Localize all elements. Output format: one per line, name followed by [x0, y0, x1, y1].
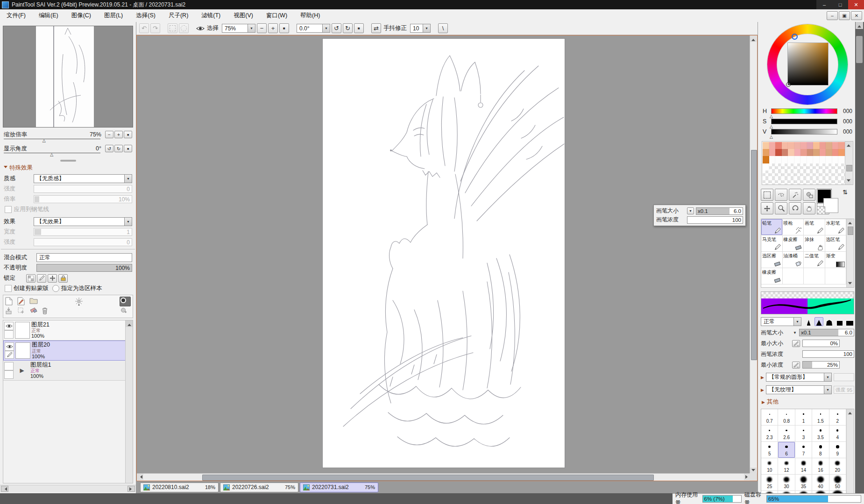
brush-shape-combo[interactable]: 【常规的圆形】 ▼ [766, 373, 832, 382]
swatch[interactable] [775, 163, 782, 170]
swatch[interactable] [775, 156, 782, 163]
layer-lock-toggle[interactable] [4, 330, 14, 339]
swatch[interactable] [832, 177, 839, 185]
doc-restore-button[interactable]: ▣ [839, 11, 850, 20]
layer-row-selected[interactable]: 图层20 正常 100% [3, 341, 133, 361]
swatch[interactable] [769, 163, 776, 170]
saturation-value-square[interactable] [788, 43, 828, 85]
nav-zoom-out-button[interactable]: − [105, 131, 113, 138]
popup-density-slider[interactable]: 100 [687, 216, 743, 224]
swatch[interactable] [807, 163, 814, 170]
brush-size-cell[interactable]: 30 [778, 475, 795, 491]
tip-dome-icon[interactable] [825, 317, 834, 326]
nav-zoom-reset-button[interactable]: ■ [124, 131, 132, 138]
brush-size-cell[interactable]: 14 [795, 458, 812, 475]
swatch[interactable] [763, 177, 769, 185]
brush-cell[interactable]: 二值笔 [804, 252, 825, 268]
scroll-up-icon[interactable] [848, 220, 852, 224]
swatch[interactable] [820, 142, 826, 149]
swatch[interactable] [820, 163, 826, 170]
flip-horizontal-button[interactable]: ⇄ [371, 23, 381, 33]
swatch[interactable] [775, 142, 782, 149]
brush-size-cell[interactable]: 7 [795, 442, 812, 458]
swatch[interactable] [763, 170, 769, 177]
expand-icon[interactable]: ▶ [761, 388, 764, 392]
swatch[interactable] [782, 149, 788, 156]
redo-button[interactable]: ↷ [150, 23, 160, 33]
zoom-dropdown-icon[interactable]: ▼ [248, 24, 255, 33]
menu-item[interactable]: 编辑(E) [32, 10, 65, 21]
swatch[interactable] [807, 170, 814, 177]
brush-cell[interactable] [804, 268, 825, 284]
brush-size-cell[interactable]: 3.5 [812, 426, 829, 442]
lock-transparency-icon[interactable] [26, 274, 35, 283]
lock-all-icon[interactable] [58, 274, 68, 283]
minimize-button[interactable]: – [816, 0, 832, 9]
maximize-button[interactable]: □ [832, 0, 848, 9]
min-size-input[interactable]: 0% [802, 340, 840, 347]
swatch[interactable] [775, 177, 782, 185]
swatch[interactable] [788, 163, 794, 170]
brush-size-cell[interactable]: 6 [778, 442, 795, 458]
menu-item[interactable]: 尺子(R) [162, 10, 195, 21]
swatch[interactable] [794, 142, 801, 149]
zoom-combo[interactable]: 75% ▼ [222, 24, 255, 33]
brush-size-cell[interactable]: 35 [795, 475, 812, 491]
swatch[interactable] [769, 149, 776, 156]
hue-slider[interactable]: △ [771, 108, 837, 114]
doc-minimize-button[interactable]: – [827, 11, 838, 20]
layer-lock-toggle[interactable] [4, 370, 14, 379]
left-panel-hscrollbar[interactable] [0, 485, 136, 492]
swatch[interactable] [800, 163, 807, 170]
swatch[interactable] [826, 177, 832, 185]
shape-tool-icon[interactable] [803, 189, 815, 201]
copy-layer-icon[interactable] [17, 307, 28, 316]
layer-visibility-toggle[interactable] [4, 362, 14, 370]
move-tool-icon[interactable] [761, 202, 773, 214]
tab-20220726[interactable]: 20220726.sai2 75% [220, 483, 298, 492]
color-wheel[interactable] [767, 24, 848, 105]
brush-cell[interactable]: 涂抹 [804, 235, 825, 252]
layer-mask-icon[interactable] [120, 307, 131, 316]
brush-size-cell[interactable]: 10 [761, 458, 778, 475]
swatch-scrollbar[interactable] [845, 142, 853, 185]
brush-size-slider[interactable]: x0.1 6.0 [799, 329, 854, 336]
lock-move-icon[interactable] [48, 274, 57, 283]
angle-dropdown-icon[interactable]: ▼ [323, 24, 330, 33]
swatch[interactable] [826, 163, 832, 170]
scroll-left-icon[interactable] [3, 487, 7, 491]
undo-button[interactable]: ↶ [139, 23, 149, 33]
canvas-vscrollbar[interactable] [750, 35, 757, 474]
shape-dropdown-icon[interactable]: ▼ [824, 373, 832, 382]
swatch[interactable] [820, 177, 826, 185]
angle-reset-button[interactable]: ■ [354, 23, 364, 33]
swatch[interactable] [813, 142, 820, 149]
panel-splitter[interactable] [60, 160, 76, 162]
menu-item[interactable]: 窗口(W) [260, 10, 294, 21]
scroll-down-icon[interactable] [848, 282, 852, 286]
swatch[interactable] [832, 142, 839, 149]
tab-20220731-active[interactable]: 20220731.sai2 75% [300, 483, 378, 492]
brush-panel-scrollbar[interactable] [846, 219, 854, 287]
layer-visibility-eye-icon[interactable] [5, 342, 14, 351]
layer-paint-indicator-icon[interactable] [5, 351, 14, 359]
brush-size-cell[interactable]: 5 [761, 442, 778, 458]
swatch[interactable] [838, 170, 845, 177]
brush-cell[interactable]: 画笔 [804, 219, 825, 235]
brush-size-cell[interactable]: 50 [829, 475, 846, 491]
texture-dropdown-icon[interactable]: ▼ [824, 385, 832, 394]
effect-combo[interactable]: 【无效果】 ▼ [34, 217, 132, 226]
invert-selection-button[interactable] [179, 23, 189, 33]
popup-size-dropdown-icon[interactable]: ▼ [687, 207, 694, 214]
nav-rotate-cw-button[interactable]: ↻ [114, 145, 123, 152]
right-panel-scroll-thumb[interactable] [856, 36, 863, 63]
brush-size-cell[interactable]: 2.6 [778, 426, 795, 442]
brush-size-cell[interactable]: 20 [829, 458, 846, 475]
brush-size-cell[interactable]: 1 [795, 409, 812, 426]
opacity-slider[interactable]: 100% [36, 264, 132, 272]
lasso-icon[interactable] [775, 189, 787, 201]
tip-sharp-icon[interactable] [804, 317, 813, 326]
swatch[interactable] [788, 156, 794, 163]
zoom-tool-icon[interactable] [775, 202, 787, 214]
texture-dropdown-icon[interactable]: ▼ [125, 174, 132, 183]
